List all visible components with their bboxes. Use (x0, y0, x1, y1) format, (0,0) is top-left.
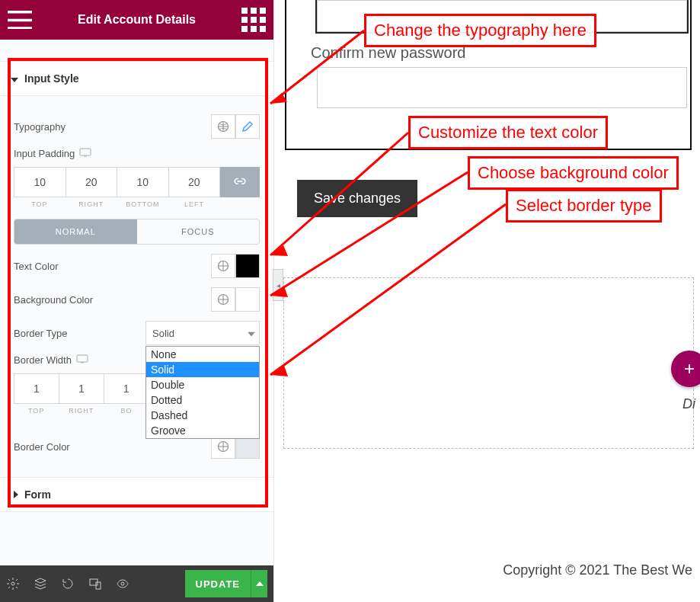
responsive-icon[interactable] (88, 577, 102, 591)
option-double[interactable]: Double (146, 377, 259, 392)
svg-rect-1 (251, 8, 257, 14)
border-color-label: Border Color (14, 441, 70, 453)
update-button[interactable]: UPDATE (185, 570, 251, 597)
pad-label-top: TOP (14, 407, 59, 415)
background-color-swatch[interactable] (235, 287, 260, 312)
panel-title: Edit Account Details (32, 13, 241, 27)
border-type-label: Border Type (14, 328, 68, 339)
section-form-title: Form (24, 488, 51, 501)
svg-rect-7 (251, 26, 257, 32)
svg-rect-0 (241, 8, 248, 14)
globe-icon[interactable] (211, 254, 235, 278)
preview-eye-icon[interactable] (116, 577, 129, 591)
history-icon[interactable] (61, 577, 75, 591)
padding-left-input[interactable] (169, 176, 220, 188)
truncated-text: Di (682, 396, 695, 412)
svg-rect-6 (241, 26, 248, 32)
padding-right-input[interactable] (66, 176, 117, 188)
chevron-down-icon (248, 328, 255, 339)
option-dotted[interactable]: Dotted (146, 392, 259, 408)
pad-label-bottom: BOTTOM (117, 200, 169, 208)
option-dashed[interactable]: Dashed (146, 408, 259, 423)
option-solid[interactable]: Solid (146, 362, 259, 377)
pencil-icon[interactable] (235, 114, 260, 139)
border-type-value: Solid (152, 328, 174, 339)
caret-down-icon (11, 72, 18, 85)
tab-normal[interactable]: NORMAL (14, 219, 137, 244)
globe-icon[interactable] (211, 287, 235, 312)
link-values-icon[interactable] (220, 167, 260, 197)
svg-point-15 (11, 582, 14, 585)
background-color-label: Background Color (14, 294, 93, 306)
tab-focus[interactable]: FOCUS (137, 219, 260, 244)
input-padding-label: Input Padding (14, 148, 75, 159)
save-changes-button[interactable]: Save changes (297, 180, 417, 217)
update-caret-icon[interactable] (251, 570, 267, 597)
svg-rect-5 (260, 17, 266, 23)
svg-rect-10 (80, 149, 91, 155)
section-drag-handle-icon[interactable]: ◂ (273, 269, 283, 301)
svg-rect-2 (260, 8, 266, 14)
widgets-grid-icon[interactable] (241, 8, 266, 32)
footer-copyright: Copyright © 2021 The Best We (503, 562, 692, 578)
pad-label-bo: BO (104, 407, 149, 415)
border-type-dropdown[interactable]: None Solid Double Dotted Dashed Groove (145, 346, 260, 439)
pad-label-right: RIGHT (59, 407, 104, 415)
svg-rect-3 (241, 17, 248, 23)
pad-label-top: TOP (14, 200, 66, 208)
section-form[interactable]: Form (0, 477, 273, 512)
option-none[interactable]: None (146, 347, 259, 362)
border-width-right-input[interactable] (59, 383, 104, 395)
text-color-label: Text Color (14, 261, 59, 272)
desktop-device-icon[interactable] (76, 354, 88, 366)
annotation-border-type: Select border type (506, 189, 662, 223)
option-groove[interactable]: Groove (146, 423, 259, 438)
globe-icon[interactable] (211, 114, 235, 139)
pad-label-right: RIGHT (66, 200, 117, 208)
svg-rect-13 (77, 355, 88, 362)
hamburger-menu-icon[interactable] (8, 8, 32, 32)
border-width-label: Border Width (14, 354, 72, 366)
svg-point-18 (121, 582, 124, 585)
annotation-text-color: Customize the text color (408, 116, 608, 149)
annotation-typography: Change the typography here (364, 14, 596, 47)
svg-rect-4 (251, 17, 257, 23)
svg-rect-8 (260, 26, 266, 32)
caret-right-icon (8, 491, 21, 498)
annotation-bg-color: Choose background color (468, 156, 679, 190)
section-input-style[interactable]: Input Style (0, 61, 273, 96)
padding-bottom-input[interactable] (117, 176, 168, 188)
gear-icon[interactable] (6, 577, 20, 591)
typography-label: Typography (14, 121, 66, 133)
border-type-select[interactable]: Solid (145, 321, 260, 345)
border-width-bottom-input[interactable] (104, 383, 149, 395)
padding-top-input[interactable] (14, 176, 66, 188)
drop-zone[interactable] (283, 277, 694, 449)
desktop-device-icon[interactable] (79, 148, 91, 159)
pad-label-left: LEFT (168, 200, 220, 208)
text-color-swatch[interactable] (235, 254, 260, 278)
border-width-top-input[interactable] (14, 383, 59, 395)
layers-icon[interactable] (34, 577, 47, 591)
section-title: Input Style (24, 72, 79, 85)
